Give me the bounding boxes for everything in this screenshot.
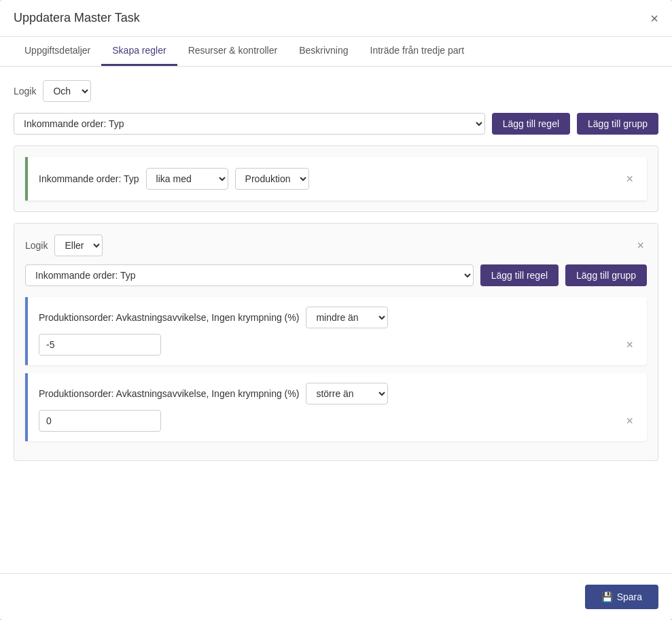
group2-rule2-input[interactable] (39, 410, 161, 432)
group2-logic-select[interactable]: Och Eller (54, 235, 103, 256)
top-add-group-button[interactable]: Lägg till grupp (577, 113, 658, 135)
tabs-bar: Uppgiftsdetaljer Skapa regler Resurser &… (0, 37, 672, 67)
group1: Inkommande order: Typ lika med inte lika… (14, 145, 658, 212)
group2-rule1-bottom: × (39, 334, 636, 356)
save-icon: 💾 (601, 591, 613, 602)
tab-uppgiftsdetaljer[interactable]: Uppgiftsdetaljer (14, 37, 101, 66)
group1-condition-select[interactable]: lika med inte lika med större än mindre … (146, 168, 228, 190)
tab-skapa-regler[interactable]: Skapa regler (101, 37, 177, 66)
group2-rule2-remove-button[interactable]: × (623, 414, 636, 428)
save-button[interactable]: 💾 Spara (585, 585, 658, 609)
group2-remove-button[interactable]: × (634, 239, 647, 253)
top-add-rule-button[interactable]: Lägg till regel (492, 113, 570, 135)
group2-logic-label: Logik (25, 240, 48, 251)
tab-beskrivning[interactable]: Beskrivning (288, 37, 359, 66)
top-logic-select[interactable]: Och Eller (43, 80, 91, 102)
close-button[interactable]: × (650, 12, 658, 25)
group1-rule-label: Inkommande order: Typ (39, 173, 139, 184)
group2-rule-type-select[interactable]: Inkommande order: Typ (25, 264, 474, 286)
group2-rule1-condition-select[interactable]: lika med inte lika med större än mindre … (306, 307, 388, 328)
group2-add-rule-button[interactable]: Lägg till regel (480, 264, 559, 286)
group1-rule-row: Inkommande order: Typ lika med inte lika… (39, 168, 636, 190)
group2-rule1-remove-button[interactable]: × (623, 338, 636, 352)
top-rule-type-select[interactable]: Inkommande order: Typ (14, 113, 485, 135)
group2-add-group-button[interactable]: Lägg till grupp (565, 264, 647, 286)
group2-header: Logik Och Eller × (25, 235, 647, 256)
top-add-rule-row: Inkommande order: Typ Lägg till regel Lä… (14, 113, 658, 135)
group2-rule1-label: Produktionsorder: Avkastningsavvikelse, … (39, 312, 299, 323)
group2-rule1-input[interactable] (39, 334, 161, 356)
modal-header: Uppdatera Master Task × (0, 0, 672, 37)
group2-rule2-top: Produktionsorder: Avkastningsavvikelse, … (39, 383, 636, 404)
modal-body: Logik Och Eller Inkommande order: Typ Lä… (0, 67, 672, 573)
top-logic-label: Logik (14, 86, 36, 97)
group2-rule1-top: Produktionsorder: Avkastningsavvikelse, … (39, 307, 636, 328)
group2: Logik Och Eller × Inkommande order: Typ … (14, 223, 658, 461)
group1-value-select[interactable]: Produktion Test Demo (235, 168, 309, 190)
group2-rule2-condition-select[interactable]: lika med inte lika med större än mindre … (306, 383, 388, 404)
modal: Uppdatera Master Task × Uppgiftsdetaljer… (0, 0, 672, 620)
save-label: Spara (617, 591, 642, 602)
group2-logic-row: Logik Och Eller (25, 235, 103, 256)
group2-add-rule-row: Inkommande order: Typ Lägg till regel Lä… (25, 264, 647, 286)
group2-rule1: Produktionsorder: Avkastningsavvikelse, … (25, 297, 647, 365)
group1-rule: Inkommande order: Typ lika med inte lika… (25, 157, 647, 201)
group2-rule2-bottom: × (39, 410, 636, 432)
group2-rule2: Produktionsorder: Avkastningsavvikelse, … (25, 373, 647, 441)
modal-title: Uppdatera Master Task (14, 11, 140, 25)
group2-rule2-label: Produktionsorder: Avkastningsavvikelse, … (39, 388, 299, 399)
tab-resurser[interactable]: Resurser & kontroller (177, 37, 289, 66)
top-logic-row: Logik Och Eller (14, 80, 658, 102)
modal-footer: 💾 Spara (0, 573, 672, 620)
group1-remove-button[interactable]: × (623, 172, 636, 186)
tab-intr-de[interactable]: Inträde från tredje part (359, 37, 476, 66)
